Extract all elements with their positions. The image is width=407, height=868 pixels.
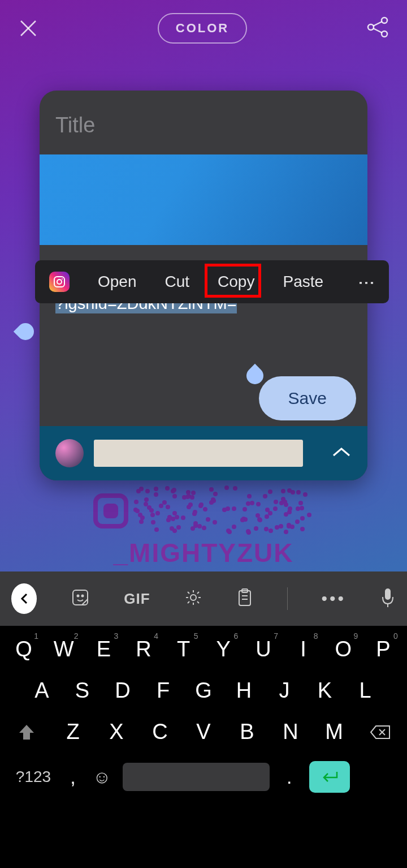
- key-c[interactable]: C: [143, 720, 177, 744]
- svg-point-11: [77, 595, 79, 597]
- svg-point-13: [190, 595, 196, 600]
- svg-point-2: [382, 18, 387, 23]
- key-b[interactable]: B: [230, 720, 264, 744]
- svg-point-3: [368, 24, 374, 30]
- svg-rect-7: [54, 277, 64, 287]
- svg-point-9: [62, 278, 63, 280]
- avatar[interactable]: [55, 439, 84, 467]
- key-p[interactable]: P0: [366, 637, 400, 661]
- context-cut[interactable]: Cut: [165, 273, 190, 291]
- key-y[interactable]: Y6: [206, 637, 240, 661]
- more-icon[interactable]: •••: [321, 589, 346, 608]
- key-j[interactable]: J: [267, 678, 301, 703]
- card-bottom-bar: [40, 426, 367, 480]
- chevron-up-icon[interactable]: [331, 445, 352, 461]
- backspace-key[interactable]: [361, 720, 400, 744]
- instagram-icon[interactable]: [49, 272, 70, 292]
- color-button[interactable]: COLOR: [158, 13, 247, 44]
- key-i[interactable]: I8: [287, 637, 321, 661]
- keyboard-toolbar: GIF •••: [0, 571, 407, 626]
- qr-code: // sprinkle dots: [93, 485, 314, 536]
- key-r[interactable]: R4: [127, 637, 161, 661]
- symbols-key[interactable]: ?123: [14, 768, 53, 786]
- key-e[interactable]: E3: [86, 637, 120, 661]
- profile-username: _MIGHTYZUK: [0, 538, 407, 568]
- key-d[interactable]: D: [106, 678, 140, 703]
- key-g[interactable]: G: [187, 678, 220, 703]
- save-button[interactable]: Save: [259, 376, 356, 420]
- key-z[interactable]: Z: [56, 720, 90, 744]
- key-u[interactable]: U7: [246, 637, 280, 661]
- share-icon[interactable]: [365, 15, 390, 42]
- enter-key[interactable]: [309, 761, 350, 793]
- svg-point-12: [82, 595, 84, 597]
- close-icon[interactable]: [17, 17, 40, 40]
- context-paste[interactable]: Paste: [283, 273, 323, 291]
- toolbar-separator: [287, 587, 288, 610]
- key-n[interactable]: N: [274, 720, 308, 744]
- svg-rect-10: [73, 590, 88, 605]
- emoji-key[interactable]: ☺: [93, 767, 111, 788]
- top-bar: COLOR: [0, 0, 407, 57]
- collapse-keyboard-icon[interactable]: [11, 583, 37, 614]
- context-more-icon[interactable]: ⋮: [357, 274, 377, 290]
- image-strip[interactable]: [40, 154, 367, 245]
- key-t[interactable]: T5: [167, 637, 201, 661]
- svg-point-8: [57, 280, 62, 284]
- key-l[interactable]: L: [348, 678, 382, 703]
- svg-line-5: [373, 22, 382, 26]
- svg-line-6: [373, 28, 382, 33]
- key-q[interactable]: Q1: [7, 637, 41, 661]
- sticker-icon[interactable]: [71, 588, 90, 609]
- app-screen: COLOR // sprinkle dots _MIGHTYZUK Title …: [0, 0, 407, 868]
- key-s[interactable]: S: [66, 678, 99, 703]
- shift-key[interactable]: [7, 720, 46, 744]
- key-x[interactable]: X: [99, 720, 133, 744]
- copy-highlight: [205, 264, 261, 298]
- key-k[interactable]: K: [308, 678, 342, 703]
- period-key[interactable]: .: [281, 766, 298, 788]
- key-m[interactable]: M: [317, 720, 351, 744]
- selection-handle-start[interactable]: [14, 320, 37, 343]
- key-w[interactable]: W2: [47, 637, 81, 661]
- gif-button[interactable]: GIF: [124, 590, 150, 608]
- gear-icon[interactable]: [184, 588, 202, 609]
- context-open[interactable]: Open: [98, 273, 137, 291]
- title-field[interactable]: Title: [40, 91, 367, 154]
- key-f[interactable]: F: [146, 678, 180, 703]
- key-o[interactable]: O9: [326, 637, 360, 661]
- space-key[interactable]: [123, 763, 270, 791]
- mic-icon[interactable]: [380, 587, 396, 611]
- clipboard-icon[interactable]: [236, 588, 253, 609]
- key-h[interactable]: H: [227, 678, 261, 703]
- title-placeholder: Title: [55, 113, 95, 137]
- key-a[interactable]: A: [25, 678, 59, 703]
- keyboard: Q1W2E3R4T5Y6U7I8O9P0 ASDFGHJKL ZXCVBNM ?…: [0, 626, 407, 868]
- comma-key[interactable]: ,: [64, 766, 81, 788]
- svg-point-4: [382, 31, 387, 37]
- key-v[interactable]: V: [187, 720, 220, 744]
- svg-rect-18: [385, 588, 391, 600]
- comment-input[interactable]: [94, 440, 303, 467]
